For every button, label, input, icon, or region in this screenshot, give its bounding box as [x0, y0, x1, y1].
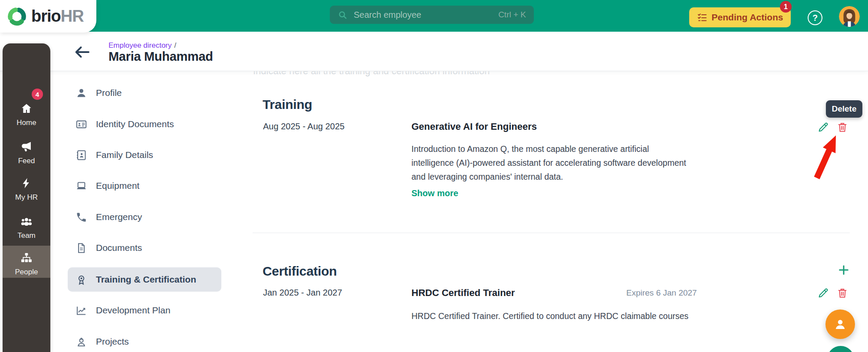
plus-icon: [837, 263, 850, 276]
breadcrumb-separator: /: [174, 41, 177, 49]
training-entry-title: Generative AI for Engineers: [411, 121, 537, 132]
pencil-icon: [817, 287, 829, 299]
pencil-icon: [817, 121, 829, 133]
back-button[interactable]: [71, 43, 91, 63]
page-title: Maria Muhammad: [108, 49, 213, 64]
breadcrumb-parent-link[interactable]: Employee directory: [108, 41, 172, 49]
pending-actions-badge: 1: [780, 1, 792, 13]
sidebar-item-home[interactable]: Home: [3, 102, 50, 127]
training-edit-button[interactable]: [817, 121, 829, 133]
breadcrumb: Employee directory/: [108, 41, 176, 50]
award-icon: [76, 274, 87, 286]
nav-item-equipment[interactable]: Equipment: [68, 174, 224, 198]
show-more-link[interactable]: Show more: [411, 188, 458, 198]
sidebar-item-team[interactable]: Team: [3, 215, 50, 240]
trash-icon: [836, 121, 848, 133]
arrow-left-icon: [73, 43, 91, 61]
worker-icon: [76, 336, 87, 348]
scroll-fade: [0, 71, 868, 86]
brand-swirl-icon: [7, 7, 27, 26]
pending-actions-button[interactable]: Pending Actions: [689, 7, 791, 27]
nav-item-identity-documents[interactable]: Identity Documents: [68, 112, 224, 136]
id-card-icon: [76, 118, 87, 130]
checklist-icon: [697, 12, 707, 23]
team-icon: [20, 215, 33, 227]
certification-entry-description: HRDC Certified Trainer. Certified to con…: [411, 309, 689, 323]
primary-sidebar: Home Feed My HR Team People: [3, 43, 50, 352]
search-icon: [338, 10, 348, 20]
lightning-icon: [20, 177, 33, 189]
brand-wordmark: brioHR: [31, 7, 84, 26]
certification-edit-button[interactable]: [817, 287, 829, 299]
training-date-range: Aug 2025 - Aug 2025: [263, 122, 345, 132]
certification-heading: Certification: [263, 264, 337, 279]
delete-tooltip: Delete: [826, 100, 862, 118]
training-heading: Training: [263, 97, 312, 112]
nav-item-documents[interactable]: Documents: [68, 236, 224, 260]
nav-item-emergency[interactable]: Emergency: [68, 205, 224, 229]
person-icon: [833, 317, 848, 332]
certification-date-range: Jan 2025 - Jan 2027: [263, 288, 342, 298]
section-divider: [253, 233, 850, 233]
search-shortcut: Ctrl + K: [498, 10, 526, 20]
search-input[interactable]: [353, 10, 498, 20]
user-avatar[interactable]: [839, 6, 860, 27]
nav-item-training-certification[interactable]: Training & Certification: [68, 267, 224, 292]
employee-fab-button[interactable]: [825, 309, 855, 339]
sidebar-item-feed[interactable]: Feed: [3, 141, 50, 165]
add-certification-button[interactable]: [837, 263, 850, 276]
megaphone-icon: [20, 141, 33, 153]
help-icon[interactable]: ?: [808, 10, 822, 25]
training-entry-description: Introduction to Amazon Q, the most capab…: [411, 142, 689, 184]
laptop-icon: [76, 180, 87, 192]
person-icon: [76, 87, 87, 99]
annotation-arrow: [808, 129, 847, 182]
home-icon: [20, 102, 33, 115]
feed-badge: 4: [32, 89, 43, 100]
avatar-illustration: [839, 6, 860, 27]
logo[interactable]: brioHR: [0, 0, 96, 33]
certification-expiry: Expires 6 Jan 2027: [626, 288, 697, 298]
secondary-fab-button[interactable]: [827, 346, 854, 352]
sidebar-item-people[interactable]: People: [3, 252, 50, 276]
certification-entry-title: HRDC Certified Trainer: [411, 287, 515, 299]
trash-icon: [836, 287, 848, 299]
app-window: Indicate here all the training and certi…: [0, 0, 868, 352]
training-delete-button[interactable]: [836, 121, 848, 133]
phone-icon: [76, 211, 87, 223]
document-icon: [76, 242, 87, 254]
trend-chart-icon: [76, 305, 87, 316]
nav-item-family-details[interactable]: Family Details: [68, 143, 224, 167]
org-chart-icon: [20, 252, 33, 264]
nav-item-development-plan[interactable]: Development Plan: [68, 298, 224, 322]
search-bar[interactable]: Ctrl + K: [330, 6, 534, 24]
certification-delete-button[interactable]: [836, 287, 848, 299]
nav-item-projects[interactable]: Projects: [68, 329, 224, 352]
pending-actions-label: Pending Actions: [712, 12, 783, 23]
address-book-icon: [76, 149, 87, 161]
sidebar-item-my-hr[interactable]: My HR: [3, 177, 50, 202]
